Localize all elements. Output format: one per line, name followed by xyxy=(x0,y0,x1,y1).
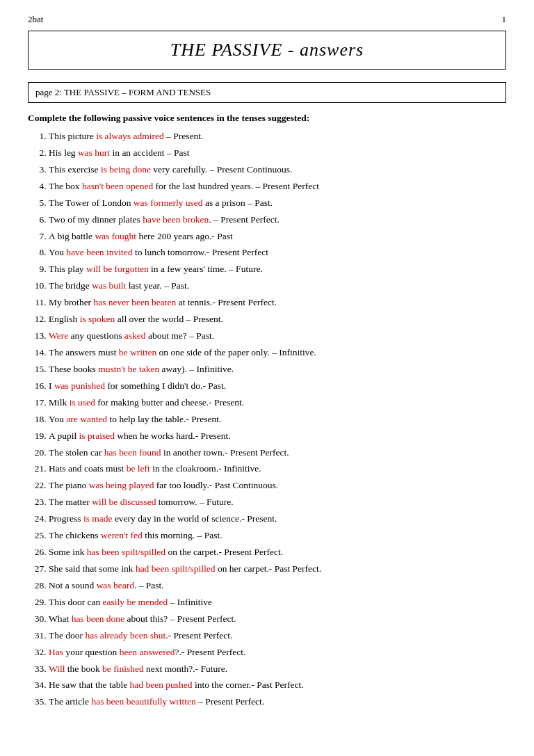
list-item: A big battle was fought here 200 years a… xyxy=(49,230,506,244)
list-item: This picture is always admired – Present… xyxy=(49,129,506,144)
list-item: You have been invited to lunch tomorrow.… xyxy=(49,246,506,260)
list-item: Milk is used for making butter and chees… xyxy=(49,396,506,410)
list-item: Some ink has been spilt/spilled on the c… xyxy=(49,545,506,560)
list-item: My brother has never been beaten at tenn… xyxy=(49,296,506,310)
list-item: A pupil is praised when he works hard.- … xyxy=(49,429,506,444)
list-item: The article has been beautifully written… xyxy=(49,695,506,709)
list-item: The answers must be written on one side … xyxy=(49,346,506,360)
list-item: Not a sound was heard. – Past. xyxy=(49,579,506,593)
instruction: Complete the following passive voice sen… xyxy=(28,113,506,124)
list-item: Were any questions asked about me? – Pas… xyxy=(49,329,506,344)
list-item: I was punished for something I didn't do… xyxy=(49,379,506,394)
sentences-list: This picture is always admired – Present… xyxy=(49,129,506,709)
list-item: The box hasn't been opened for the last … xyxy=(49,179,506,194)
list-item: Two of my dinner plates have been broken… xyxy=(49,213,506,227)
list-item: English is spoken all over the world – P… xyxy=(49,312,506,327)
list-item: His leg was hurt in an accident – Past xyxy=(49,146,506,161)
page-title: THE PASSIVE - answers xyxy=(170,40,364,60)
list-item: This exercise is being done very careful… xyxy=(49,163,506,177)
header-right: 1 xyxy=(502,14,507,25)
list-item: Progress is made every day in the world … xyxy=(49,512,506,526)
list-item: The piano was being played far too loudl… xyxy=(49,478,506,493)
title-box: THE PASSIVE - answers xyxy=(28,31,506,70)
list-item: The bridge was built last year. – Past. xyxy=(49,279,506,293)
list-item: The door has already been shut.- Present… xyxy=(49,629,506,643)
list-item: Hats and coats must be left in the cloak… xyxy=(49,462,506,476)
section-label: page 2: THE PASSIVE – FORM AND TENSES xyxy=(35,87,211,97)
list-item: The stolen car has been found in another… xyxy=(49,446,506,460)
list-item: The matter will be discussed tomorrow. –… xyxy=(49,495,506,510)
list-item: The Tower of London was formerly used as… xyxy=(49,196,506,211)
list-item: This play will be forgotten in a few yea… xyxy=(49,262,506,277)
list-item: Will the book be finished next month?.- … xyxy=(49,662,506,677)
list-item: Has your question been answered?.- Prese… xyxy=(49,645,506,660)
list-item: What has been done about this? – Present… xyxy=(49,612,506,627)
list-item: The chickens weren't fed this morning. –… xyxy=(49,529,506,543)
list-item: You are wanted to help lay the table.- P… xyxy=(49,412,506,427)
section-box: page 2: THE PASSIVE – FORM AND TENSES xyxy=(28,82,506,103)
list-item: He saw that the table had been pushed in… xyxy=(49,678,506,693)
header-left: 2bat xyxy=(28,14,43,25)
page-header: 2bat 1 xyxy=(28,14,506,25)
list-item: She said that some ink had been spilt/sp… xyxy=(49,562,506,577)
list-item: These books mustn't be taken away). – In… xyxy=(49,362,506,377)
list-item: This door can easily be mended – Infinit… xyxy=(49,595,506,610)
